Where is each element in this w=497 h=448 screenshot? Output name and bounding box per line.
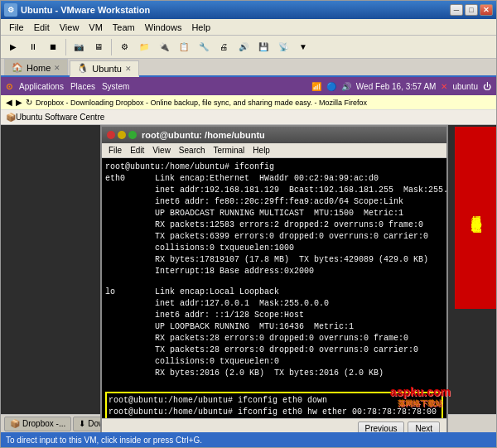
tab-ubuntu-label: Ubuntu <box>92 64 121 74</box>
toolbar-btn-7[interactable]: 📁 <box>135 38 153 56</box>
menu-edit[interactable]: Edit <box>29 22 55 33</box>
toolbar-btn-15[interactable]: ▼ <box>294 38 312 56</box>
dialog-menu: File Edit View Search Terminal Help <box>102 143 446 158</box>
dialog-menu-file[interactable]: File <box>105 145 125 156</box>
vmware-icon: ⚙ <box>4 3 17 17</box>
wifi-icon: 📶 <box>311 82 321 91</box>
previous-button[interactable]: Previous <box>358 422 405 432</box>
terminal[interactable]: root@ubuntu:/home/ubuntu# ifconfig eth0 … <box>102 158 446 418</box>
toolbar-btn-10[interactable]: 🔧 <box>195 38 213 56</box>
ubuntu-places[interactable]: Places <box>70 82 95 91</box>
dialog-minimize-btn[interactable] <box>118 131 126 139</box>
toolbar-btn-5[interactable]: 🖥 <box>89 38 108 56</box>
ubuntu-software-bar: 📦 Ubuntu Software Centre <box>1 110 496 125</box>
dialog-close-btn[interactable] <box>107 131 115 139</box>
taskbar-dropbox-label: Dropbox -... <box>22 419 65 428</box>
panel-time: Wed Feb 16, 3:57 AM <box>356 82 437 91</box>
toolbar-btn-9[interactable]: 📋 <box>175 38 193 56</box>
dropbox-bar: ◀ ▶ ↻ Dropbox - Downloading Dropbox - On… <box>1 95 496 110</box>
tab-bar: 🏠 Home ✕ 🐧 Ubuntu ✕ <box>1 59 496 77</box>
dialog-menu-edit[interactable]: Edit <box>127 145 147 156</box>
dialog-maximize-btn[interactable] <box>128 131 137 139</box>
terminal-lo-3: inet6 addr: ::1/128 Scope:Host <box>105 310 443 321</box>
dialog-menu-view[interactable]: View <box>149 145 174 156</box>
minimize-button[interactable]: ─ <box>450 4 463 16</box>
toolbar-btn-3[interactable]: ⏹ <box>44 38 62 56</box>
toolbar-btn-1[interactable]: ▶ <box>4 38 22 56</box>
dropbox-nav-prev[interactable]: ◀ <box>6 98 12 107</box>
title-bar-buttons: ─ □ ✕ <box>450 4 493 16</box>
tab-home[interactable]: 🏠 Home ✕ <box>4 59 68 75</box>
ubuntu-panel-left: ⊙ Applications Places System <box>6 82 306 91</box>
dialog-menu-terminal[interactable]: Terminal <box>210 145 248 156</box>
dropbox-nav-next[interactable]: ▶ <box>16 98 22 107</box>
terminal-lo-8: RX bytes:2016 (2.0 KB) TX bytes:2016 (2.… <box>105 368 443 379</box>
toolbar-btn-2[interactable]: ⏸ <box>24 38 42 56</box>
dialog-menu-search[interactable]: Search <box>176 145 209 156</box>
ubuntu-software-icon: 📦 <box>6 113 16 122</box>
watermark-main: aspku.com <box>390 385 451 398</box>
dialog-title-bar: root@ubuntu: /home/ubuntu <box>102 127 446 143</box>
terminal-eth0-3: inet6 addr: fe80::20c:29ff:fea9:acd0/64 … <box>105 196 443 208</box>
bluetooth-icon: 🔵 <box>326 82 336 91</box>
ubuntu-software-text: Ubuntu Software Centre <box>16 113 104 122</box>
dialog-traffic-lights <box>105 129 138 141</box>
toolbar-btn-14[interactable]: 📡 <box>274 38 292 56</box>
ubuntu-panel-right: 📶 🔵 🔊 Wed Feb 16, 3:57 AM ✕ ubuntu ⏻ <box>311 82 491 91</box>
toolbar-btn-6[interactable]: ⚙ <box>115 38 133 56</box>
terminal-lo-1: lo Link encap:Local Loopback <box>105 287 443 298</box>
watermark-sub: 落网络下载站 <box>390 398 451 409</box>
terminal-lo-7: collisions:0 txqueuelen:0 <box>105 356 443 368</box>
menu-help[interactable]: Help <box>186 22 215 33</box>
toolbar-btn-4[interactable]: 📷 <box>70 38 88 56</box>
dialog-title: root@ubuntu: /home/ubuntu <box>142 130 265 140</box>
vm-content[interactable]: ⊙ Applications Places System 📶 🔵 🔊 Wed F… <box>1 77 496 432</box>
terminal-eth0-7: collisions:0 txqueuelen:1000 <box>105 243 443 254</box>
window-title: Ubuntu - VMware Workstation <box>21 5 150 15</box>
dialog-menu-help[interactable]: Help <box>249 145 273 156</box>
tab-ubuntu[interactable]: 🐧 Ubuntu ✕ <box>70 60 138 77</box>
vm-notification-text: To direct input to this VM, click inside… <box>6 436 202 445</box>
terminal-eth0-1: eth0 Link encap:Ethernet HWaddr 00:c2:9a… <box>105 173 443 185</box>
taskbar-item-dropbox[interactable]: 📦 Dropbox -... <box>4 417 71 431</box>
side-annotation: 記得是十六進位喔!!! <box>455 127 496 309</box>
next-button[interactable]: Next <box>408 422 440 432</box>
terminal-eth0-5: RX packets:12583 errors:2 dropped:2 over… <box>105 219 443 231</box>
ubuntu-panel: ⊙ Applications Places System 📶 🔵 🔊 Wed F… <box>1 77 496 95</box>
menu-windows[interactable]: Windows <box>140 22 187 33</box>
toolbar-sep-1 <box>65 39 66 55</box>
toolbar-btn-11[interactable]: 🖨 <box>215 38 233 56</box>
menu-vm[interactable]: VM <box>84 22 108 33</box>
toolbar-btn-12[interactable]: 🔊 <box>234 38 253 56</box>
menu-file[interactable]: File <box>4 22 29 33</box>
toolbar-btn-8[interactable]: 🔌 <box>155 38 173 56</box>
title-bar-left: ⚙ Ubuntu - VMware Workstation <box>4 3 150 17</box>
downloads-icon: ⬇ <box>79 419 85 428</box>
vm-notification: To direct input to this VM, click inside… <box>1 432 496 447</box>
vmware-window: ⚙ Ubuntu - VMware Workstation ─ □ ✕ File… <box>0 0 497 448</box>
panel-user: ubuntu <box>452 82 478 91</box>
ubuntu-system[interactable]: System <box>102 82 129 91</box>
title-bar: ⚙ Ubuntu - VMware Workstation ─ □ ✕ <box>1 1 496 19</box>
power-icon: ⏻ <box>483 82 491 91</box>
dropbox-taskbar-icon: 📦 <box>10 419 20 428</box>
terminal-eth0-4: UP BROADCAST RUNNING MULTICAST MTU:1500 … <box>105 208 443 219</box>
terminal-lo-2: inet addr:127.0.0.1 Mask:255.0.0.0 <box>105 298 443 310</box>
terminal-eth0-6: TX packets:6399 errors:0 dropped:0 overr… <box>105 231 443 243</box>
menu-view[interactable]: View <box>55 22 84 33</box>
tab-ubuntu-close[interactable]: ✕ <box>125 65 132 73</box>
toolbar-btn-13[interactable]: 💾 <box>254 38 273 56</box>
ubuntu-panel-icon: ⊙ <box>6 82 12 91</box>
watermark: aspku.com 落网络下载站 <box>390 385 451 409</box>
annotation-text: 記得是十六進位喔!!! <box>469 209 482 228</box>
dialog-nav: Previous Next <box>102 418 446 432</box>
volume-icon: 🔊 <box>341 82 351 91</box>
terminal-prompt-line: root@ubuntu:/home/ubuntu# ifconfig <box>105 161 443 173</box>
ubuntu-apps[interactable]: Applications <box>19 82 64 91</box>
maximize-button[interactable]: □ <box>465 4 478 16</box>
menu-team[interactable]: Team <box>108 22 140 33</box>
close-button[interactable]: ✕ <box>480 4 493 16</box>
tab-home-close[interactable]: ✕ <box>54 64 60 72</box>
toolbar-sep-2 <box>111 39 112 55</box>
dropbox-nav-reload[interactable]: ↻ <box>26 98 32 107</box>
